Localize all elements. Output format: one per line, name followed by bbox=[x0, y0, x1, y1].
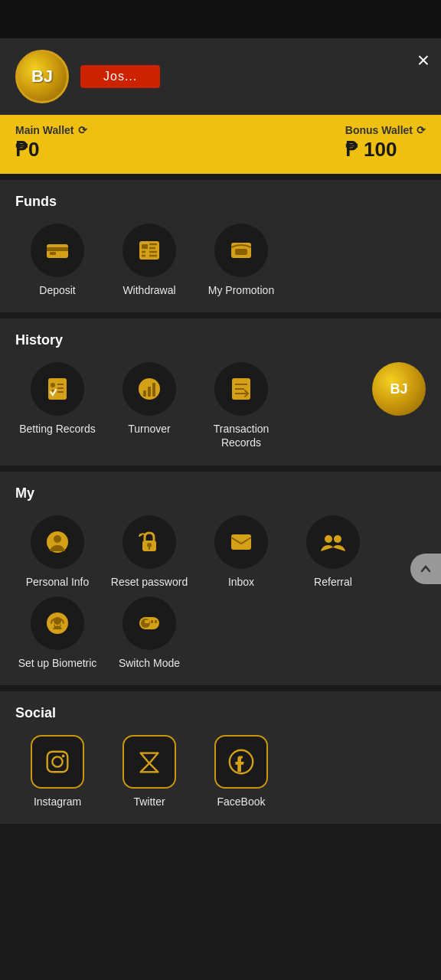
top-bar bbox=[0, 0, 441, 38]
facebook-icon bbox=[227, 747, 256, 776]
svg-point-46 bbox=[62, 754, 65, 757]
personal-icon-circle bbox=[31, 515, 84, 569]
promotion-icon-circle bbox=[214, 224, 268, 277]
personal-info-item[interactable]: Personal Info bbox=[15, 515, 100, 589]
main-wallet-label: Main Wallet ⟳ bbox=[15, 124, 87, 136]
svg-point-31 bbox=[147, 543, 152, 547]
main-wallet: Main Wallet ⟳ ₱0 bbox=[15, 124, 87, 162]
biometric-label: Set up Biometric bbox=[18, 656, 97, 670]
betting-item[interactable]: Betting Records bbox=[15, 362, 100, 449]
reset-password-item[interactable]: Reset password bbox=[107, 515, 191, 589]
history-title: History bbox=[15, 332, 426, 348]
referral-icon bbox=[319, 528, 347, 556]
bonus-wallet-amount: ₱ 100 bbox=[345, 138, 426, 162]
main-wallet-refresh-icon[interactable]: ⟳ bbox=[78, 124, 87, 136]
facebook-icon-circle bbox=[214, 735, 268, 789]
promotion-item[interactable]: My Promotion bbox=[199, 224, 283, 297]
inbox-icon-circle bbox=[214, 515, 268, 569]
chevron-up-icon bbox=[418, 561, 433, 577]
social-section: Social Instagram Twitter bbox=[0, 691, 441, 824]
funds-grid: Deposit Withdrawal bbox=[15, 224, 426, 297]
inbox-item[interactable]: Inbox bbox=[199, 515, 283, 589]
inbox-label: Inbox bbox=[228, 575, 254, 589]
betting-icon-circle bbox=[31, 362, 84, 416]
turnover-label: Turnover bbox=[128, 422, 171, 436]
svg-rect-21 bbox=[148, 387, 151, 397]
my-title: My bbox=[15, 485, 426, 501]
inbox-icon bbox=[227, 528, 255, 556]
svg-point-35 bbox=[325, 535, 332, 543]
svg-rect-1 bbox=[47, 247, 68, 251]
svg-rect-22 bbox=[152, 383, 155, 397]
main-wallet-amount: ₱0 bbox=[15, 138, 87, 162]
logo-coin: BJ bbox=[15, 50, 69, 103]
deposit-item[interactable]: Deposit bbox=[15, 224, 100, 297]
referral-label: Referral bbox=[314, 575, 352, 589]
referral-icon-circle bbox=[306, 515, 360, 569]
withdrawal-icon-circle bbox=[122, 224, 176, 277]
turnover-icon bbox=[136, 375, 163, 403]
funds-section: Funds Deposit bbox=[0, 180, 441, 312]
svg-point-15 bbox=[52, 390, 54, 392]
bonus-wallet-label: Bonus Wallet ⟳ bbox=[345, 124, 426, 136]
history-grid: Betting Records Turnover bbox=[15, 362, 283, 449]
biometric-icon bbox=[44, 609, 71, 637]
header: BJ Jos... × bbox=[0, 38, 441, 115]
transaction-icon-circle bbox=[214, 362, 268, 416]
referral-item[interactable]: Referral bbox=[291, 515, 375, 589]
svg-rect-12 bbox=[235, 249, 247, 255]
deposit-icon bbox=[44, 237, 71, 264]
switch-icon bbox=[136, 609, 163, 637]
twitter-icon-circle bbox=[122, 735, 176, 789]
scroll-up-button[interactable] bbox=[410, 554, 441, 584]
biometric-icon-circle bbox=[31, 596, 84, 650]
my-grid: Personal Info Reset password bbox=[15, 515, 426, 670]
svg-point-29 bbox=[54, 535, 61, 543]
my-section: My Personal Info bbox=[0, 472, 441, 685]
switch-mode-label: Switch Mode bbox=[119, 656, 180, 670]
twitter-item[interactable]: Twitter bbox=[107, 735, 191, 808]
betting-label: Betting Records bbox=[19, 422, 96, 436]
withdrawal-label: Withdrawal bbox=[122, 283, 175, 297]
withdrawal-item[interactable]: Withdrawal bbox=[107, 224, 191, 297]
svg-point-14 bbox=[51, 383, 55, 387]
transaction-icon bbox=[227, 375, 255, 403]
username-bar: Jos... bbox=[80, 65, 160, 88]
transaction-item[interactable]: Transaction Records bbox=[199, 362, 283, 449]
instagram-item[interactable]: Instagram bbox=[15, 735, 100, 808]
svg-rect-44 bbox=[47, 752, 68, 773]
bj-avatar: BJ bbox=[372, 362, 426, 416]
social-grid: Instagram Twitter FaceBook bbox=[15, 735, 426, 808]
betting-icon bbox=[44, 375, 71, 403]
turnover-item[interactable]: Turnover bbox=[107, 362, 191, 449]
personal-icon bbox=[44, 528, 71, 556]
svg-rect-20 bbox=[143, 390, 146, 397]
twitter-icon bbox=[135, 747, 164, 776]
svg-rect-4 bbox=[142, 244, 148, 249]
turnover-icon-circle bbox=[122, 362, 176, 416]
promotion-label: My Promotion bbox=[208, 283, 274, 297]
reset-icon-circle bbox=[122, 515, 176, 569]
reset-label: Reset password bbox=[111, 575, 188, 589]
facebook-item[interactable]: FaceBook bbox=[199, 735, 283, 808]
bonus-wallet: Bonus Wallet ⟳ ₱ 100 bbox=[345, 124, 426, 162]
wallet-section: Main Wallet ⟳ ₱0 Bonus Wallet ⟳ ₱ 100 bbox=[0, 115, 441, 174]
bonus-wallet-refresh-icon[interactable]: ⟳ bbox=[416, 124, 426, 136]
svg-rect-42 bbox=[151, 620, 153, 623]
instagram-icon-circle bbox=[31, 735, 84, 789]
deposit-icon-circle bbox=[31, 224, 84, 277]
svg-rect-2 bbox=[50, 252, 56, 255]
instagram-label: Instagram bbox=[34, 795, 81, 808]
biometric-item[interactable]: Set up Biometric bbox=[15, 596, 100, 670]
svg-rect-34 bbox=[231, 534, 251, 550]
transaction-label: Transaction Records bbox=[199, 422, 283, 449]
close-button[interactable]: × bbox=[417, 50, 430, 71]
withdrawal-icon bbox=[136, 237, 163, 264]
header-left: BJ Jos... bbox=[15, 50, 160, 103]
twitter-label: Twitter bbox=[133, 795, 165, 808]
switch-mode-item[interactable]: Switch Mode bbox=[107, 596, 191, 670]
funds-title: Funds bbox=[15, 194, 426, 210]
svg-point-45 bbox=[52, 756, 62, 766]
social-title: Social bbox=[15, 705, 426, 721]
facebook-label: FaceBook bbox=[217, 795, 265, 808]
